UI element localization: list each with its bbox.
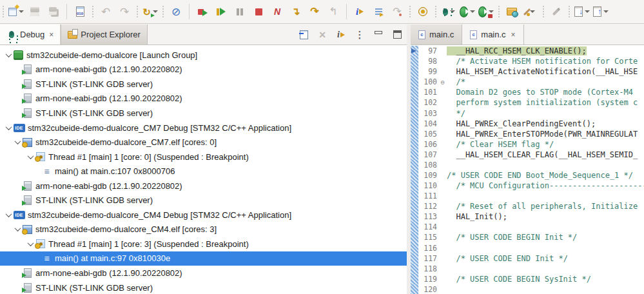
code-line[interactable]: 104 HAL_PWREx_ClearPendingEvent(); <box>411 119 644 129</box>
show-execution-icon[interactable]: i <box>334 27 348 43</box>
tab-main-c-active[interactable]: c main.c × <box>462 24 523 44</box>
code-line[interactable]: 117 /* USER CODE END Init */ <box>411 253 644 264</box>
tree-row[interactable]: ST-LINK (ST-LINK GDB server) <box>0 77 407 92</box>
export-icon[interactable]: ↑ <box>593 3 609 20</box>
close-icon[interactable]: × <box>511 30 516 39</box>
view-menu-icon[interactable]: ⋮ <box>353 27 367 43</box>
code-line[interactable]: 118 <box>411 264 644 274</box>
chevron-expanded-icon[interactable] <box>14 138 21 144</box>
terminate-icon[interactable] <box>251 3 266 20</box>
tree-row[interactable]: Thread #1 [main] 1 [core: 0] (Suspended … <box>0 150 407 164</box>
tab-main-c-inactive[interactable]: c main.c <box>411 24 462 44</box>
code-line[interactable]: 109/* USER CODE END Boot_Mode_Sequence_1… <box>411 170 644 181</box>
code-line[interactable]: 101 Domain D2 goes to STOP mode (Cortex-… <box>411 87 644 97</box>
tab-project-explorer[interactable]: Project Explorer <box>61 24 147 44</box>
chevron-slot[interactable] <box>4 126 13 130</box>
wand-icon[interactable] <box>523 3 538 20</box>
fold-marker-icon[interactable]: ⊖ <box>438 79 447 86</box>
tree-row[interactable]: stm32cubeide-demo-dualcore_CM7.elf [core… <box>0 135 407 150</box>
tree-row[interactable]: stm32cubeide-demo-dualcore_CM7 Debug [ST… <box>0 121 407 135</box>
run-icon[interactable] <box>460 3 475 20</box>
new-wizard-icon[interactable] <box>8 3 24 20</box>
code-line[interactable]: 115 /* USER CODE BEGIN Init */ <box>411 232 644 242</box>
code-line[interactable]: 119 /* USER CODE BEGIN SysInit */ <box>411 274 644 284</box>
chevron-down-icon[interactable] <box>470 10 475 13</box>
disconnect-icon[interactable]: N <box>269 3 285 20</box>
code-line[interactable]: 102 perform system initialization (syste… <box>411 97 644 108</box>
tree-row[interactable]: ≡main() at main.c:97 0x810030e <box>0 251 407 266</box>
resume-icon[interactable] <box>213 3 229 20</box>
chevron-down-icon[interactable] <box>489 10 494 13</box>
code-line[interactable]: 112 /* Reset of all peripherals, Initial… <box>411 201 644 211</box>
code-area[interactable]: 97 __HAL_RCC_HSEM_CLK_ENABLE();98 /* Act… <box>411 46 644 294</box>
open-project-icon[interactable] <box>504 3 520 20</box>
tree-row[interactable]: ≡main() at main.c:107 0x8000706 <box>0 164 407 179</box>
code-line[interactable]: 111 <box>411 191 644 201</box>
tree-row[interactable]: stm32cubeide-demo-dualcore_CM4 Debug [ST… <box>0 208 407 222</box>
step-into-icon[interactable]: ↴ <box>288 3 304 20</box>
code-line[interactable]: 106 /* Clear HSEM flag */ <box>411 139 644 150</box>
debug-icon[interactable] <box>441 3 456 20</box>
chevron-slot[interactable] <box>13 140 22 144</box>
collapse-all-icon[interactable] <box>297 27 311 43</box>
show-source-icon[interactable] <box>371 3 386 20</box>
code-line[interactable]: 105 HAL_PWREx_EnterSTOPMode(PWR_MAINREGU… <box>411 129 644 139</box>
code-line[interactable]: 120 <box>411 284 644 294</box>
code-line[interactable]: 99 HAL_HSEM_ActivateNotification(__HAL_H… <box>411 66 644 77</box>
code-line[interactable]: 103 */ <box>411 108 644 118</box>
chevron-expanded-icon[interactable] <box>5 51 12 57</box>
chevron-expanded-icon[interactable] <box>14 225 21 231</box>
code-line[interactable]: 110 /* MCU Configuration----------------… <box>411 181 644 191</box>
tab-debug[interactable]: Debug × <box>0 24 61 44</box>
import-icon[interactable]: ↓ <box>574 3 590 20</box>
tree-row[interactable]: arm-none-eabi-gdb (12.1.90.20220802) <box>0 266 407 280</box>
code-token: HAL_Init(); <box>447 212 507 221</box>
tree-row[interactable]: stm32cubeide-demo-dualcore [Launch Group… <box>0 48 407 63</box>
step-over-icon[interactable]: ↷ <box>307 3 322 20</box>
chevron-expanded-icon[interactable] <box>5 124 12 130</box>
minimize-icon[interactable] <box>371 27 385 43</box>
suspend-icon[interactable] <box>232 3 248 20</box>
code-text-inner: /* MCU Configuration--------------------… <box>447 181 644 190</box>
chevron-slot[interactable] <box>4 53 13 57</box>
chevron-slot[interactable] <box>13 227 22 231</box>
chevron-expanded-icon[interactable] <box>27 240 34 246</box>
code-line[interactable]: 116 <box>411 242 644 253</box>
chevron-down-icon[interactable] <box>530 10 535 13</box>
restart-icon[interactable]: ↻ <box>142 3 158 20</box>
code-line[interactable]: 98 /* Activate HSEM notification for Cor… <box>411 56 644 66</box>
code-line[interactable]: 114 <box>411 222 644 232</box>
tree-row[interactable]: arm-none-eabi-gdb (12.1.90.20220802) <box>0 63 407 77</box>
tree-row[interactable]: ST-LINK (ST-LINK GDB server) <box>0 280 407 294</box>
code-line[interactable]: 113 HAL_Init(); <box>411 211 644 222</box>
external-tools-icon[interactable] <box>478 3 494 20</box>
chevron-down-icon[interactable] <box>585 10 590 13</box>
binary-build-icon[interactable]: 010 <box>72 3 88 20</box>
terminate-relaunch-icon[interactable] <box>195 3 210 20</box>
tree-row[interactable]: Thread #1 [main] 1 [core: 3] (Suspended … <box>0 237 407 251</box>
chevron-expanded-icon[interactable] <box>27 153 34 159</box>
profile-icon[interactable] <box>415 3 431 20</box>
tree-row[interactable]: stm32cubeide-demo-dualcore_CM4.elf [core… <box>0 222 407 237</box>
chevron-down-icon[interactable] <box>603 10 609 13</box>
chevron-down-icon[interactable] <box>19 10 24 13</box>
skip-all-breakpoints-icon[interactable]: ⊘ <box>168 3 184 20</box>
code-line[interactable]: 107 __HAL_HSEM_CLEAR_FLAG(__HAL_HSEM_SEM… <box>411 150 644 160</box>
chevron-slot[interactable] <box>26 155 35 159</box>
chevron-down-icon[interactable] <box>153 10 158 13</box>
maximize-icon[interactable] <box>390 27 404 43</box>
chevron-slot[interactable] <box>4 213 13 217</box>
tree-row[interactable]: ST-LINK (ST-LINK GDB server) <box>0 193 407 208</box>
run-to-line-icon[interactable]: i <box>352 3 367 20</box>
chevron-expanded-icon[interactable] <box>5 211 12 217</box>
chevron-slot[interactable] <box>26 242 35 246</box>
code-line[interactable]: 97 __HAL_RCC_HSEM_CLK_ENABLE(); <box>411 46 644 56</box>
tree-row[interactable]: arm-none-eabi-gdb (12.1.90.20220802) <box>0 92 407 106</box>
code-line[interactable]: 100⊖ /* <box>411 77 644 87</box>
code-line[interactable]: 108 <box>411 160 644 170</box>
line-number: 120 <box>418 285 438 294</box>
tree-row[interactable]: ST-LINK (ST-LINK GDB server) <box>0 106 407 121</box>
chevron-down-icon[interactable] <box>450 10 455 13</box>
tree-row[interactable]: arm-none-eabi-gdb (12.1.90.20220802) <box>0 179 407 193</box>
close-icon[interactable]: × <box>49 30 54 39</box>
